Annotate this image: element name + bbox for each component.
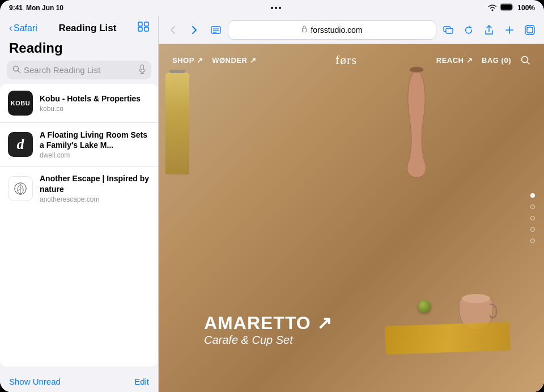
main-content: ‹ Safari Reading List Reading: [0, 16, 544, 392]
webpage: SHOP ↗ WØNDER ↗ førs REACH ↗ BAG (0): [159, 44, 544, 392]
forward-button[interactable]: [185, 20, 204, 40]
item-title-dwell: A Floating Living Room Sets a Family's L…: [40, 130, 150, 150]
nav-right: REACH ↗ BAG (0): [436, 55, 530, 65]
hero-title: AMARETTO ↗: [204, 312, 333, 334]
address-bar[interactable]: forsstudio.com: [228, 20, 436, 40]
tab-switcher-button[interactable]: [520, 20, 539, 40]
back-chevron-icon: ‹: [9, 22, 12, 34]
scroll-dot-3[interactable]: [530, 216, 535, 220]
browser-area: forsstudio.com: [159, 16, 544, 392]
dot2: [275, 7, 277, 9]
item-url-kobu: kobu.co: [40, 105, 150, 113]
status-bar-right: 100%: [488, 3, 535, 12]
reading-list: KOBU Kobu - Hotels & Properties kobu.co …: [0, 84, 158, 367]
browser-toolbar: forsstudio.com: [159, 16, 544, 44]
search-placeholder-text: Search Reading List: [24, 65, 135, 75]
nav-wonder[interactable]: WØNDER ↗: [212, 56, 256, 65]
item-text-dwell: A Floating Living Room Sets a Family's L…: [40, 130, 150, 159]
item-url-dwell: dwell.com: [40, 151, 150, 159]
edit-button[interactable]: Edit: [134, 377, 149, 386]
battery-percent: 100%: [517, 4, 535, 12]
svg-rect-8: [141, 65, 144, 70]
search-icon: [12, 65, 20, 75]
nav-left: SHOP ↗ WØNDER ↗: [172, 56, 256, 65]
favicon-another: [8, 176, 33, 201]
dot1: [271, 7, 273, 9]
hero-content: AMARETTO ↗ Carafe & Cup Set: [204, 312, 333, 347]
svg-point-27: [521, 57, 528, 63]
search-bar[interactable]: Search Reading List: [7, 61, 151, 79]
svg-rect-5: [144, 27, 148, 31]
scroll-dot-5[interactable]: [530, 238, 535, 243]
lock-icon: [301, 25, 307, 34]
item-url-another: anotherescape.com: [40, 195, 150, 203]
sidebar-title: Reading List: [58, 23, 116, 34]
favicon-dwell: d: [8, 132, 33, 157]
scroll-dot-4[interactable]: [530, 227, 535, 232]
list-item[interactable]: Another Escape | Inspired by nature anot…: [0, 167, 158, 210]
favicon-kobu: KOBU: [8, 91, 33, 116]
sidebar-back-label: Safari: [14, 23, 37, 33]
ipad-frame: 9:41 Mon Jun 10 1: [0, 0, 544, 392]
item-text-kobu: Kobu - Hotels & Properties kobu.co: [40, 93, 150, 113]
mic-icon[interactable]: [139, 65, 146, 75]
svg-rect-4: [138, 27, 142, 31]
svg-line-7: [18, 71, 20, 73]
svg-rect-19: [446, 28, 453, 33]
reload-button[interactable]: [459, 20, 478, 40]
tab-icon-button[interactable]: [439, 20, 458, 40]
add-button[interactable]: [500, 20, 519, 40]
sidebar-section-title: Reading: [0, 38, 158, 61]
item-title-another: Another Escape | Inspired by nature: [40, 173, 150, 194]
show-unread-button[interactable]: Show Unread: [9, 377, 61, 386]
list-item[interactable]: KOBU Kobu - Hotels & Properties kobu.co: [0, 84, 158, 123]
battery-icon: [500, 3, 515, 12]
list-item[interactable]: d A Floating Living Room Sets a Family's…: [0, 123, 158, 167]
sidebar: ‹ Safari Reading List Reading: [0, 16, 159, 392]
nav-logo[interactable]: førs: [335, 53, 357, 67]
ochre-cloth: [385, 322, 511, 355]
carafe-shape: [391, 67, 442, 180]
sidebar-back-button[interactable]: ‹ Safari: [9, 22, 37, 34]
svg-line-28: [527, 62, 529, 65]
nav-reach[interactable]: REACH ↗: [436, 56, 473, 65]
svg-rect-1: [501, 5, 512, 10]
status-bar-left: 9:41 Mon Jun 10: [9, 4, 63, 12]
sidebar-footer: Show Unread Edit: [0, 371, 158, 392]
item-title-kobu: Kobu - Hotels & Properties: [40, 93, 150, 104]
item-text-another: Another Escape | Inspired by nature anot…: [40, 173, 150, 203]
svg-rect-2: [138, 22, 142, 26]
svg-rect-17: [303, 28, 307, 32]
scroll-dot-2[interactable]: [530, 204, 535, 209]
sidebar-header: ‹ Safari Reading List: [0, 16, 158, 38]
nav-shop[interactable]: SHOP ↗: [172, 56, 203, 65]
back-button[interactable]: [163, 20, 182, 40]
svg-rect-23: [527, 27, 533, 33]
dot3: [279, 7, 281, 9]
status-time: 9:41: [9, 4, 23, 12]
sidebar-grid-icon[interactable]: [138, 22, 149, 35]
share-button[interactable]: [479, 20, 499, 40]
olive: [418, 300, 431, 313]
scroll-dot-1[interactable]: [530, 193, 535, 198]
status-bar: 9:41 Mon Jun 10 1: [0, 0, 544, 16]
hero-subtitle: Carafe & Cup Set: [204, 334, 333, 347]
reader-view-button[interactable]: [206, 20, 226, 40]
webpage-nav: SHOP ↗ WØNDER ↗ førs REACH ↗ BAG (0): [159, 44, 544, 76]
toolbar-right-buttons: [439, 20, 539, 40]
url-text: forsstudio.com: [311, 25, 362, 35]
svg-point-26: [462, 294, 490, 303]
status-date: Mon Jun 10: [26, 4, 63, 12]
nav-search-icon[interactable]: [520, 55, 530, 65]
oil-bottle: [165, 73, 189, 174]
nav-bag[interactable]: BAG (0): [482, 56, 511, 65]
svg-rect-3: [144, 22, 148, 26]
scroll-dots: [530, 193, 535, 243]
status-bar-center: [271, 7, 281, 9]
wifi-icon: [488, 4, 497, 12]
hero-image: SHOP ↗ WØNDER ↗ førs REACH ↗ BAG (0): [159, 44, 544, 392]
